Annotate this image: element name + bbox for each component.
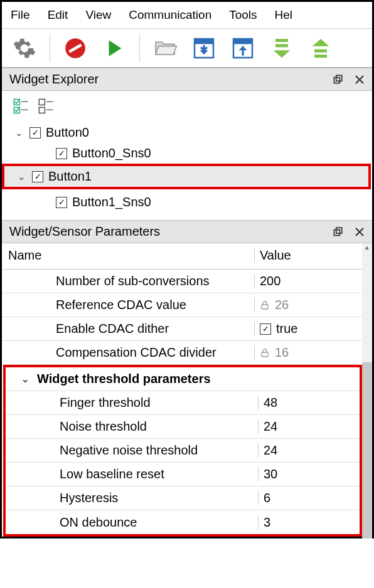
svg-rect-17 [39, 99, 45, 105]
param-name: Noise threshold [6, 419, 258, 434]
param-value[interactable]: 48 [258, 396, 360, 410]
highlight-box: ⌄ Widget threshold parameters Finger thr… [3, 365, 362, 537]
param-name: Number of sub-conversions [2, 274, 254, 288]
svg-rect-21 [334, 229, 339, 235]
menu-view[interactable]: View [77, 6, 120, 24]
scroll-up-icon[interactable]: ▴ [362, 243, 372, 251]
export-icon[interactable] [229, 34, 257, 62]
svg-rect-23 [262, 305, 268, 309]
param-row[interactable]: Hysteresis 6 [6, 486, 360, 510]
param-row[interactable]: ON debounce 3 [6, 510, 360, 534]
svg-rect-3 [195, 39, 213, 44]
svg-rect-7 [275, 39, 288, 42]
import-icon[interactable] [190, 34, 218, 62]
param-value-locked: 16 [254, 345, 372, 360]
param-name: Negative noise threshold [6, 443, 258, 458]
param-value[interactable]: 6 [258, 491, 360, 505]
svg-rect-11 [334, 77, 339, 83]
param-name: Hysteresis [6, 491, 258, 505]
param-value[interactable]: true [254, 322, 372, 336]
svg-rect-5 [233, 39, 252, 44]
toolbar-separator [50, 34, 50, 62]
param-group-widget-threshold[interactable]: ⌄ Widget threshold parameters [6, 367, 360, 391]
param-name: Enable CDAC dither [2, 322, 254, 336]
param-value[interactable]: 30 [258, 467, 360, 481]
checkbox[interactable] [56, 197, 67, 208]
menu-edit[interactable]: Edit [39, 6, 77, 24]
column-header-value[interactable]: Value [254, 248, 372, 263]
param-group-label: Widget threshold parameters [37, 372, 211, 386]
expand-arrow-icon[interactable]: ⌄ [19, 374, 31, 385]
svg-rect-8 [275, 44, 288, 47]
open-folder-icon[interactable] [151, 34, 179, 62]
tree-item-button1-sns0[interactable]: Button1_Sns0 [13, 192, 372, 213]
menubar: File Edit View Communication Tools Hel [2, 2, 372, 29]
checkbox[interactable] [29, 127, 41, 139]
widget-explorer-title: Widget Explorer [9, 72, 99, 87]
scrollbar-thumb[interactable] [362, 362, 372, 538]
svg-rect-24 [262, 352, 268, 357]
param-row[interactable]: Reference CDAC value 26 [2, 293, 372, 317]
tree-item-button0[interactable]: ⌄ Button0 [13, 122, 372, 143]
widget-explorer-body: ⌄ Button0 Button0_Sns0 ⌄ Button1 Button1… [2, 91, 372, 216]
param-name: Reference CDAC value [2, 298, 254, 312]
param-row[interactable]: Finger threshold 48 [6, 391, 360, 415]
menu-help[interactable]: Hel [266, 6, 302, 24]
svg-rect-22 [336, 228, 342, 233]
checkbox[interactable] [32, 171, 43, 182]
scrollbar[interactable]: ▴ [362, 243, 372, 537]
param-name: Compensation CDAC divider [2, 345, 254, 360]
checkbox[interactable] [260, 323, 271, 335]
param-value[interactable]: 3 [258, 515, 360, 530]
menu-file[interactable]: File [2, 6, 39, 24]
play-icon[interactable] [100, 34, 128, 62]
tree-item-button1[interactable]: ⌄ Button1 [4, 166, 368, 187]
widget-explorer-header: Widget Explorer [2, 68, 372, 91]
svg-rect-9 [314, 49, 327, 52]
restore-icon[interactable] [332, 74, 343, 85]
svg-rect-10 [314, 55, 327, 58]
column-header-name[interactable]: Name [2, 248, 254, 263]
close-icon[interactable] [355, 227, 365, 237]
tree-item-label: Button1_Sns0 [72, 195, 151, 209]
param-row[interactable]: Noise threshold 24 [6, 415, 360, 439]
stop-forbidden-icon[interactable] [61, 34, 89, 62]
param-name: Finger threshold [6, 396, 258, 410]
tree-item-button0-sns0[interactable]: Button0_Sns0 [13, 143, 372, 164]
tree-item-label: Button0 [46, 125, 89, 140]
lock-icon [260, 348, 270, 358]
highlight-box: ⌄ Button1 [2, 164, 371, 189]
param-value[interactable]: 200 [254, 274, 372, 288]
param-value[interactable]: 24 [258, 419, 360, 434]
menu-communication[interactable]: Communication [120, 6, 220, 24]
tree-item-label: Button1 [48, 169, 92, 184]
stack-down-icon[interactable] [268, 34, 296, 62]
restore-icon[interactable] [332, 226, 343, 238]
widget-params-title: Widget/Sensor Parameters [9, 224, 160, 239]
param-value-locked: 26 [254, 298, 372, 312]
settings-icon[interactable] [11, 34, 38, 62]
param-row[interactable]: Enable CDAC dither true [2, 317, 372, 341]
lock-icon [260, 300, 270, 310]
toolbar [2, 29, 372, 68]
uncheck-all-icon[interactable] [38, 98, 55, 115]
check-all-icon[interactable] [13, 98, 29, 115]
expand-arrow-icon[interactable]: ⌄ [16, 171, 27, 182]
param-row[interactable]: Compensation CDAC divider 16 [2, 341, 372, 365]
svg-rect-18 [39, 107, 45, 113]
expand-arrow-icon[interactable]: ⌄ [13, 127, 24, 139]
params-column-headers: Name Value [2, 243, 372, 270]
param-row[interactable]: Negative noise threshold 24 [6, 439, 360, 463]
checkbox[interactable] [56, 148, 67, 159]
param-name: Low baseline reset [6, 467, 258, 481]
tree-item-label: Button0_Sns0 [72, 146, 151, 160]
stack-up-icon[interactable] [307, 34, 334, 62]
widget-params-header: Widget/Sensor Parameters [2, 220, 372, 243]
svg-rect-12 [336, 75, 342, 81]
param-row[interactable]: Low baseline reset 30 [6, 463, 360, 486]
menu-tools[interactable]: Tools [220, 6, 265, 24]
close-icon[interactable] [355, 75, 365, 85]
param-value[interactable]: 24 [258, 443, 360, 458]
param-name: ON debounce [6, 515, 258, 530]
param-row[interactable]: Number of sub-conversions 200 [2, 270, 372, 293]
